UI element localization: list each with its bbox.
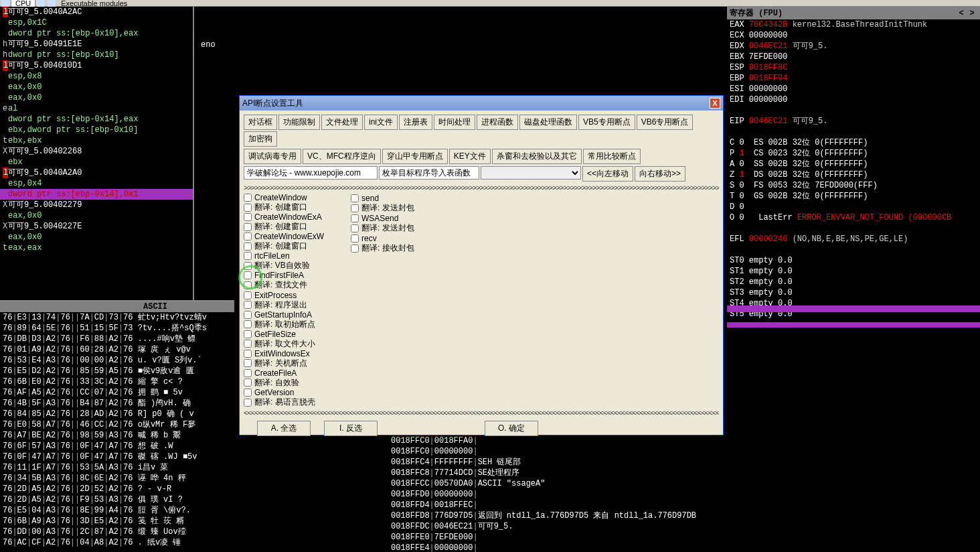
api-checkbox[interactable]: 翻译: 取初始断点 — [244, 320, 324, 330]
disasm-line[interactable]: eax,0x0 — [0, 92, 193, 103]
reg-line[interactable]: T 0 GS 002B 32位 0(FFFFFFFF) — [727, 191, 980, 202]
tab-modules[interactable]: Executable modules — [57, 0, 131, 7]
hex-row[interactable]: 76|84|85|A2|76||28|AD|A2|76 R] p0 确 ( v — [0, 409, 234, 419]
disasm-pane[interactable]: l可可9_5.0040A2AC esp,0x1C dword ptr ss:[e… — [0, 7, 194, 300]
api-checkbox[interactable]: GetVersion — [244, 388, 324, 397]
api-checkbox[interactable]: rtcFileLen — [244, 251, 324, 261]
reg-line[interactable]: ECX 00000000 — [727, 30, 980, 41]
reg-line[interactable]: ST2 empty 0.0 — [727, 277, 980, 287]
reg-line[interactable] — [727, 223, 980, 234]
category-tab[interactable]: 文件处理 — [321, 115, 363, 130]
api-checkbox[interactable]: 翻译: 创建窗口 — [244, 241, 324, 251]
disasm-line[interactable]: tebx,ebx — [0, 135, 193, 146]
api-checkbox[interactable]: 翻译: 创建窗口 — [244, 222, 324, 232]
stack-row[interactable]: 0018FFC0|00000000| — [388, 446, 727, 457]
import-select[interactable] — [481, 166, 581, 180]
reg-line[interactable]: ST3 empty 0.0 — [727, 287, 980, 298]
reg-line[interactable]: EDI 00000000 — [727, 94, 980, 105]
reg-line[interactable]: EBP 0018FF94 — [727, 73, 980, 84]
hex-row[interactable]: 76|53|E4|A3|76||00|00|A2|76 u. v?匱 S列v.` — [0, 355, 234, 366]
disasm-line[interactable]: teax,eax — [0, 243, 193, 253]
hex-pane[interactable]: ASCII 76|E3|13|74|76||7A|CD|73|76 虻tv;Ht… — [0, 300, 234, 552]
api-checkbox[interactable]: 翻译: 创建窗口 — [244, 202, 324, 212]
reg-line[interactable]: EBX 7EFDE000 — [727, 52, 980, 62]
hex-row[interactable]: 76|E0|58|A7|76||46|CC|A2|76 o纵vMr 稀 F夣 — [0, 419, 234, 430]
api-checkbox[interactable]: 翻译: 查找文件 — [244, 280, 324, 290]
reg-nav-left[interactable]: < — [956, 9, 967, 18]
disasm-line[interactable]: dword ptr ss:[ebp-0x14],0x1 — [0, 189, 193, 200]
category-tab[interactable]: 对话框 — [244, 115, 277, 130]
disasm-line[interactable]: h可可9_5.00491E1E — [0, 39, 193, 50]
api-checkbox[interactable]: CreateFileA — [244, 368, 324, 378]
nav-left-button[interactable]: <<向左移动 — [582, 166, 633, 182]
disasm-line[interactable]: eax,0x0 — [0, 210, 193, 221]
disasm-line[interactable]: l可可9_5.0040A2AC — [0, 7, 193, 17]
hex-row[interactable]: 76|E3|13|74|76||7A|CD|73|76 虻tv;Htv?tvz蜻… — [0, 312, 234, 323]
category-tab[interactable]: VB6专用断点 — [637, 115, 693, 130]
hex-row[interactable]: 76|AF|A5|A2|76||CC|07|A2|76 拥 鹞 ■ 5v — [0, 387, 234, 398]
hex-row[interactable]: 76|6B|A9|A3|76||3D|E5|A2|76 笺 牡 莰 糈 — [0, 516, 234, 527]
reg-line[interactable]: ST1 empty 0.0 — [727, 266, 980, 277]
category-tab[interactable]: 杀窗和去校验以及其它 — [492, 149, 582, 164]
disasm-line[interactable]: eal — [0, 103, 193, 114]
reg-line[interactable]: Z 1 DS 002B 32位 0(FFFFFFFF) — [727, 169, 980, 180]
disasm-line[interactable]: X可可9_5.00402279 — [0, 200, 193, 210]
reg-line[interactable]: ST0 empty 0.0 — [727, 255, 980, 266]
registers-pane[interactable]: 寄存器 (FPU) < > EAX 76C4342B kernel32.Base… — [727, 7, 980, 312]
close-icon[interactable]: X — [710, 98, 720, 109]
hex-row[interactable]: 76|34|5B|A3|76||8C|6E|A2|76 诬 哗 4n 秤 — [0, 473, 234, 484]
hex-row[interactable]: 76|6F|57|A3|76||0F|47|A7|76 想 破 .W — [0, 441, 234, 452]
category-tab[interactable]: VC、MFC程序逆向 — [303, 149, 381, 164]
disasm-line[interactable]: X可可9_5.00402268 — [0, 146, 193, 157]
enum-label[interactable] — [379, 166, 479, 180]
reg-line[interactable]: EIP 0046EC21 可可9_5. — [727, 116, 980, 127]
disasm-line[interactable]: esp,0x1C — [0, 17, 193, 28]
stack-pane[interactable]: 0018FFC0|0018FFA0|0018FFC0|00000000|0018… — [388, 435, 727, 552]
api-checkbox[interactable]: CreateWindowExW — [244, 232, 324, 241]
disasm-line[interactable]: esp,0x8 — [0, 71, 193, 82]
hex-row[interactable]: 76|DB|D3|A2|76||F6|88|A2|76 ....#响v墊 鳔 — [0, 334, 234, 344]
api-checkbox[interactable]: FindFirstFileA — [244, 271, 324, 280]
reg-nav-right[interactable]: > — [967, 9, 977, 18]
category-tab[interactable]: 磁盘处理函数 — [519, 115, 577, 130]
invert-button[interactable]: I. 反选 — [324, 421, 378, 436]
category-tab[interactable]: 时间处理 — [434, 115, 475, 130]
disasm-line[interactable]: X可可9_5.0040227E — [0, 221, 193, 232]
reg-line[interactable]: S 0 FS 0053 32位 7EFDD000(FFF) — [727, 180, 980, 191]
disasm-line[interactable]: hdword ptr ss:[ebp-0x10] — [0, 50, 193, 60]
reg-line[interactable]: O 0 LastErr ERROR_ENVVAR_NOT_FOUND (0000… — [727, 212, 980, 223]
select-all-button[interactable]: A. 全选 — [257, 421, 311, 436]
stack-row[interactable]: 0018FFE4|00000000| — [388, 543, 727, 552]
hex-row[interactable]: 76|2D|A5|A2|76||2D|52|A2|76 ? - v-R — [0, 484, 234, 494]
hex-row[interactable]: 76|DD|00|A3|76||2C|87|A2|76 缎 臻 Uov殪 — [0, 527, 234, 537]
api-checkbox[interactable]: recv — [351, 233, 414, 243]
reg-line[interactable]: A 0 SS 002B 32位 0(FFFFFFFF) — [727, 159, 980, 169]
api-checkbox[interactable]: 翻译: 发送封包 — [351, 223, 414, 233]
disasm-line[interactable]: eax,0x0 — [0, 232, 193, 243]
hex-row[interactable]: 76|6B|E0|A2|76||33|3C|A2|76 縮 擎 c< ? — [0, 376, 234, 387]
disasm-line[interactable]: ebx,dword ptr ss:[ebp-0x10] — [0, 125, 193, 135]
hex-row[interactable]: 76|0F|47|A7|76||0F|47|A7|76 磔 碦 .WJ ■5v — [0, 452, 234, 462]
api-checkbox[interactable]: send — [351, 193, 414, 203]
category-tab[interactable]: 注册表 — [399, 115, 432, 130]
category-tab[interactable]: 穿山甲专用断点 — [382, 149, 448, 164]
stack-row[interactable]: 0018FFD4|0018FFEC| — [388, 500, 727, 510]
api-checkbox[interactable]: 翻译: 取文件大小 — [244, 339, 324, 349]
category-tab[interactable]: KEY文件 — [449, 149, 491, 164]
api-checkbox[interactable]: 翻译: VB自效验 — [244, 261, 324, 271]
reg-line[interactable]: ESP 0018FF8C — [727, 62, 980, 73]
disasm-line[interactable]: ebx — [0, 157, 193, 167]
category-tab[interactable]: VB5专用断点 — [578, 115, 635, 130]
nav-right-button[interactable]: 向右移动>> — [635, 166, 685, 182]
dialog-titlebar[interactable]: API断点设置工具 X — [240, 96, 723, 111]
api-checkbox[interactable]: 翻译: 自效验 — [244, 378, 324, 388]
category-tab[interactable]: 进程函数 — [477, 115, 518, 130]
reg-line[interactable]: EDX 0046EC21 可可9_5. — [727, 41, 980, 52]
disasm-line[interactable]: l可可9_5.0040A2A0 — [0, 167, 193, 178]
api-checkbox[interactable]: CreateWindow — [244, 193, 324, 202]
stack-row[interactable]: 0018FFC4|FFFFFFFF|SEH 链尾部 — [388, 457, 727, 468]
stack-row[interactable]: 0018FFD8|776D97D5|返回到 ntdll_1a.776D97D5 … — [388, 510, 727, 521]
category-tab[interactable]: ini文件 — [364, 115, 398, 130]
api-checkbox[interactable]: 翻译: 易语言脱壳 — [244, 397, 324, 407]
disasm-line[interactable]: eax,0x0 — [0, 82, 193, 92]
